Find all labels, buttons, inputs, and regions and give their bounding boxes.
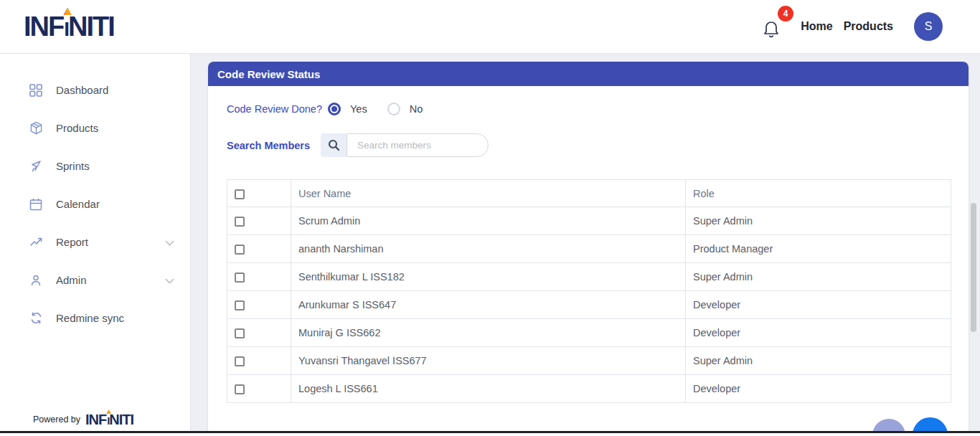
row-checkbox[interactable] bbox=[235, 245, 245, 255]
search-members-row: Search Members bbox=[227, 133, 969, 157]
role-cell: Developer bbox=[686, 319, 951, 347]
table-row: ananth Narshiman Product Manager bbox=[227, 235, 951, 263]
sidebar-item-calendar[interactable]: Calendar bbox=[0, 185, 190, 223]
sync-icon bbox=[29, 311, 43, 326]
role-cell: Super Admin bbox=[686, 347, 951, 375]
row-checkbox-cell bbox=[227, 207, 291, 235]
select-all-cell bbox=[227, 180, 291, 207]
chevron-down-icon bbox=[165, 274, 174, 287]
search-button[interactable] bbox=[321, 133, 347, 157]
row-checkbox-cell bbox=[227, 263, 291, 291]
row-checkbox[interactable] bbox=[235, 300, 245, 311]
select-all-checkbox[interactable] bbox=[235, 189, 245, 199]
calendar-icon bbox=[29, 197, 43, 212]
row-checkbox[interactable] bbox=[235, 356, 245, 366]
radio-yes-label[interactable]: Yes bbox=[350, 103, 367, 115]
sidebar-item-admin[interactable]: Admin bbox=[0, 261, 190, 299]
package-icon bbox=[29, 121, 43, 136]
card-title-bar: Code Review Status bbox=[208, 62, 969, 86]
user-name-cell: Muniraj G ISS662 bbox=[291, 319, 686, 347]
column-header-role: Role bbox=[686, 180, 951, 207]
members-table: User Name Role Scrum Admin Super Admin a… bbox=[227, 179, 951, 403]
card-title: Code Review Status bbox=[217, 68, 320, 80]
dashboard-grid-icon bbox=[29, 83, 43, 98]
role-cell: Developer bbox=[686, 291, 951, 319]
footer-brand-logo: INFINITI bbox=[85, 412, 133, 427]
sidebar: Dashboard Products Sprints Calendar bbox=[0, 54, 191, 436]
code-review-question-row: Code Review Done? Yes No bbox=[227, 103, 969, 115]
table-row: Yuvansri Thangavel ISS677 Super Admin bbox=[227, 347, 951, 375]
nav-link-home[interactable]: Home bbox=[801, 20, 832, 33]
top-header: INFINITI 4 Home Products S bbox=[0, 0, 980, 54]
row-checkbox-cell bbox=[227, 347, 291, 375]
main-content: Code Review Status Code Review Done? Yes… bbox=[191, 54, 980, 436]
column-header-user-name: User Name bbox=[291, 180, 686, 207]
user-name-cell: Logesh L ISS661 bbox=[291, 375, 686, 403]
row-checkbox[interactable] bbox=[235, 384, 245, 394]
table-header-row: User Name Role bbox=[227, 180, 951, 207]
table-row: Arunkumar S ISS647 Developer bbox=[227, 291, 951, 319]
sidebar-item-dashboard[interactable]: Dashboard bbox=[0, 71, 190, 109]
bell-icon bbox=[763, 20, 780, 39]
notifications-button[interactable]: 4 bbox=[763, 14, 784, 39]
code-review-card: Code Review Status Code Review Done? Yes… bbox=[208, 62, 969, 436]
search-group bbox=[321, 133, 489, 157]
user-avatar[interactable]: S bbox=[914, 12, 943, 41]
window-bottom-strip bbox=[0, 433, 980, 436]
brand-logo[interactable]: INFINITI bbox=[24, 13, 114, 40]
sidebar-item-report[interactable]: Report bbox=[0, 223, 190, 261]
nav-link-products[interactable]: Products bbox=[844, 20, 893, 33]
row-checkbox-cell bbox=[227, 319, 291, 347]
user-name-cell: Yuvansri Thangavel ISS677 bbox=[291, 347, 686, 375]
user-name-cell: Arunkumar S ISS647 bbox=[291, 291, 686, 319]
role-cell: Super Admin bbox=[686, 207, 951, 235]
role-cell: Product Manager bbox=[686, 235, 951, 263]
table-row: Muniraj G ISS662 Developer bbox=[227, 319, 951, 347]
user-name-cell: Senthilkumar L ISS182 bbox=[291, 263, 686, 291]
brand-logo-text: INFINITI bbox=[24, 11, 114, 42]
role-cell: Developer bbox=[686, 375, 951, 403]
powered-by-footer: Powered by INFINITI bbox=[33, 412, 133, 427]
row-checkbox[interactable] bbox=[235, 328, 245, 338]
row-checkbox-cell bbox=[227, 235, 291, 263]
table-row: Logesh L ISS661 Developer bbox=[227, 375, 951, 403]
question-label: Code Review Done? bbox=[227, 103, 322, 115]
user-name-cell: ananth Narshiman bbox=[291, 235, 686, 263]
main-scrollbar-thumb[interactable] bbox=[971, 203, 976, 332]
table-row: Scrum Admin Super Admin bbox=[227, 207, 951, 235]
row-checkbox-cell bbox=[227, 291, 291, 319]
sidebar-item-redmine-sync[interactable]: Redmine sync bbox=[0, 299, 190, 337]
person-icon bbox=[29, 273, 43, 288]
sprint-flag-icon bbox=[29, 159, 43, 174]
user-name-cell: Scrum Admin bbox=[291, 207, 686, 235]
notification-count-badge: 4 bbox=[778, 6, 793, 22]
radio-no[interactable] bbox=[387, 103, 400, 115]
trend-chart-icon bbox=[29, 235, 43, 250]
role-cell: Super Admin bbox=[686, 263, 951, 291]
radio-no-label[interactable]: No bbox=[410, 103, 423, 115]
radio-yes[interactable] bbox=[328, 103, 341, 115]
row-checkbox[interactable] bbox=[235, 217, 245, 227]
search-icon bbox=[328, 139, 340, 151]
header-actions: 4 Home Products S bbox=[763, 12, 943, 41]
search-members-label: Search Members bbox=[227, 140, 310, 151]
sidebar-item-sprints[interactable]: Sprints bbox=[0, 147, 190, 185]
row-checkbox[interactable] bbox=[235, 272, 245, 283]
chevron-down-icon bbox=[165, 236, 174, 249]
search-members-input[interactable] bbox=[347, 133, 489, 157]
table-row: Senthilkumar L ISS182 Super Admin bbox=[227, 263, 951, 291]
row-checkbox-cell bbox=[227, 375, 291, 403]
sidebar-item-products[interactable]: Products bbox=[0, 109, 190, 147]
